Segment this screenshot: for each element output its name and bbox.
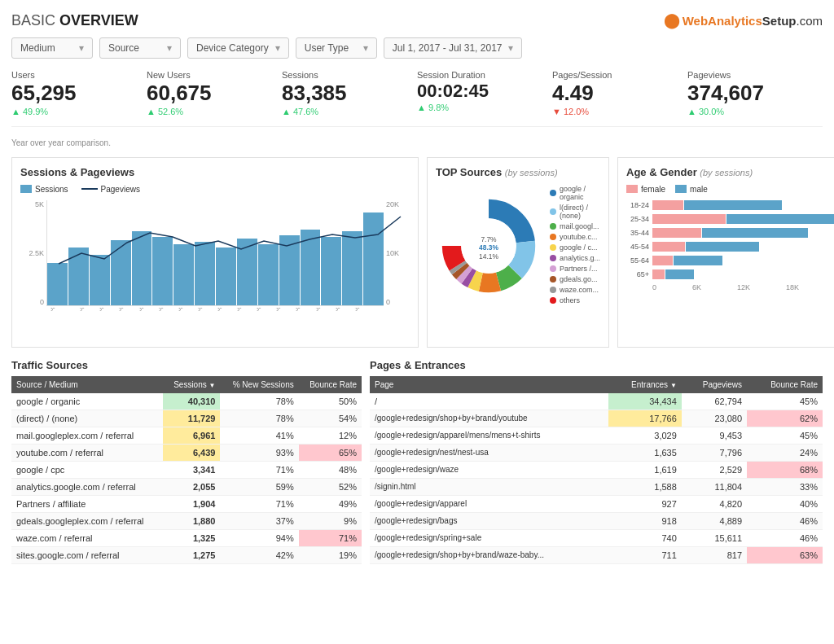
- female-bar: [652, 256, 673, 265]
- entrances-cell: 918: [608, 512, 682, 529]
- col-header-pageviews: Pageviews: [682, 376, 747, 393]
- sessions-cell: 1,325: [163, 529, 220, 546]
- filter-source[interactable]: Source▾: [99, 37, 181, 59]
- bounce-cell: 46%: [747, 529, 823, 546]
- pageviews-cell: 817: [682, 546, 747, 563]
- chevron-down-icon: ▾: [508, 42, 513, 54]
- table-row: /google+redesign/nest/nest-usa 1,635 7,7…: [370, 444, 823, 461]
- donut-dot: [550, 297, 556, 304]
- col-header-bounce-rate: Bounce Rate: [747, 376, 823, 393]
- metric-session-duration-change: 9.8%: [417, 103, 542, 112]
- chevron-down-icon: ▾: [79, 42, 84, 54]
- page-cell: /google+redesign/shop+by+brand/youtube: [370, 410, 608, 427]
- legend-item: gdeals.go...: [550, 275, 600, 283]
- page-cell: /: [370, 393, 608, 410]
- entrances-cell: 3,029: [608, 427, 682, 444]
- traffic-sources-table: Source / Medium Sessions ▼ % New Session…: [11, 376, 362, 564]
- source-medium-cell: Partners / affiliate: [11, 495, 163, 512]
- pageviews-cell: 23,080: [682, 410, 747, 427]
- sessions-cell: 3,341: [163, 461, 220, 478]
- age-row-65plus: 65+: [626, 269, 834, 279]
- page-cell: /google+redesign/bags: [370, 512, 608, 529]
- pct-new-cell: 37%: [220, 512, 298, 529]
- source-medium-cell: sites.google.com / referral: [11, 546, 163, 563]
- age-row-35-44: 35-44: [626, 228, 834, 238]
- male-bar: [674, 256, 722, 265]
- metric-pageviews-change: 30.0%: [687, 107, 813, 116]
- table-row: /google+redesign/apparel 927 4,820 40%: [370, 495, 823, 512]
- metric-new-users-change: 52.6%: [147, 107, 272, 116]
- legend-item: others: [550, 296, 600, 304]
- col-header-entrances: Entrances ▼: [608, 376, 682, 393]
- filter-medium[interactable]: Medium▾: [11, 37, 93, 59]
- donut-legend: google / organic l(direct) / (none) mail…: [550, 185, 600, 307]
- charts-row: Sessions & Pageviews Sessions Pageviews …: [11, 157, 823, 348]
- bounce-cell: 45%: [747, 427, 823, 444]
- table-row: /google+redesign/waze 1,619 2,529 68%: [370, 461, 823, 478]
- filter-device-category[interactable]: Device Category▾: [187, 37, 289, 59]
- metric-users-change: 49.9%: [11, 107, 137, 116]
- metric-new-users-value: 60,675: [147, 81, 272, 105]
- metric-new-users: New Users 60,675 52.6%: [147, 70, 282, 116]
- left-axis-top: 5K: [35, 200, 44, 208]
- page-cell: /google+redesign/spring+sale: [370, 529, 608, 546]
- metric-pages-session-label: Pages/Session: [552, 70, 678, 80]
- bounce-cell: 33%: [747, 478, 823, 495]
- metric-sessions-value: 83,385: [282, 81, 407, 105]
- pageviews-cell: 2,529: [682, 461, 747, 478]
- svg-text:7.7%: 7.7%: [481, 234, 497, 243]
- filter-user-type[interactable]: User Type▾: [296, 37, 377, 59]
- metric-pages-session: Pages/Session 4.49 12.0%: [552, 70, 687, 116]
- age-axis-0: 0: [652, 283, 656, 291]
- age-gender-bars: 18-24 25-34 35-44: [626, 200, 834, 291]
- top-sources-chart: TOP Sources (by sessions): [427, 157, 609, 348]
- legend-item: youtube.c...: [550, 233, 600, 241]
- col-header-source-medium: Source / Medium: [11, 376, 163, 393]
- logo-setup: Setup: [762, 14, 797, 28]
- filter-date-range[interactable]: Jul 1, 2017 - Jul 31, 2017▾: [384, 37, 523, 59]
- bounce-cell: 63%: [747, 546, 823, 563]
- pageviews-cell: 7,796: [682, 444, 747, 461]
- metric-sessions-change: 47.6%: [282, 107, 407, 116]
- age-gender-chart: Age & Gender (by sessions) female male 1…: [617, 157, 834, 348]
- legend-item: waze.com...: [550, 286, 600, 294]
- bounce-cell: 46%: [747, 512, 823, 529]
- pageviews-cell: 15,611: [682, 529, 747, 546]
- pageviews-cell: 62,794: [682, 393, 747, 410]
- sessions-cell: 6,439: [163, 444, 220, 461]
- source-medium-cell: google / organic: [11, 393, 163, 410]
- male-color-box: [675, 185, 687, 193]
- table-row: sites.google.com / referral 1,275 42% 19…: [11, 546, 362, 563]
- female-bar: [652, 214, 726, 224]
- top-sources-title: TOP Sources (by sessions): [436, 166, 600, 178]
- legend-item: mail.googl...: [550, 222, 600, 230]
- table-row: waze.com / referral 1,325 94% 71%: [11, 529, 362, 546]
- col-header-bounce-rate: Bounce Rate: [299, 376, 362, 393]
- pct-new-cell: 71%: [220, 495, 298, 512]
- pct-new-cell: 41%: [220, 427, 298, 444]
- pct-new-cell: 59%: [220, 478, 298, 495]
- source-medium-cell: waze.com / referral: [11, 529, 163, 546]
- metric-sessions-label: Sessions: [282, 70, 407, 80]
- page-cell: /google+redesign/waze: [370, 461, 608, 478]
- legend-male: male: [675, 185, 708, 194]
- legend-female: female: [626, 185, 665, 194]
- bounce-cell: 48%: [299, 461, 362, 478]
- age-gender-subtitle: (by sessions): [700, 168, 753, 177]
- source-medium-cell: mail.googleplex.com / referral: [11, 427, 163, 444]
- page-cell: /google+redesign/shop+by+brand/waze-baby…: [370, 546, 608, 563]
- page-cell: /google+redesign/nest/nest-usa: [370, 444, 608, 461]
- male-bar: [702, 228, 808, 238]
- entrances-cell: 34,434: [608, 393, 682, 410]
- metric-pageviews-value: 374,607: [687, 81, 813, 105]
- page-title: BASIC OVERVIEW: [11, 12, 138, 29]
- entrances-cell: 740: [608, 529, 682, 546]
- table-row: /google+redesign/shop+by+brand/waze-baby…: [370, 546, 823, 563]
- table-row: /google+redesign/apparel/mens/mens+t-shi…: [370, 427, 823, 444]
- entrances-cell: 17,766: [608, 410, 682, 427]
- female-bar: [652, 269, 665, 279]
- male-bar: [686, 242, 759, 252]
- pages-entrances-section: Pages & Entrances Page Entrances ▼ Pagev…: [370, 359, 823, 564]
- female-color-box: [626, 185, 638, 193]
- legend-item: google / organic: [550, 185, 600, 201]
